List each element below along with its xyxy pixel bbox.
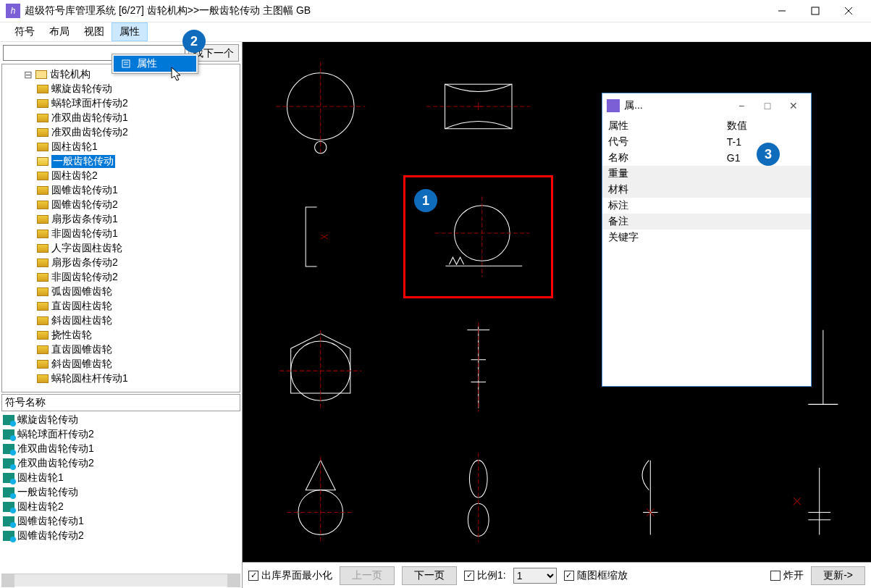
symbol-tree[interactable]: ⊟ 齿轮机构 螺旋齿轮传动蜗轮球面杆传动2准双曲齿轮传动1准双曲齿轮传动2圆柱齿… (1, 64, 240, 392)
callout-1: 1 (414, 189, 437, 212)
app-logo-icon: h (6, 4, 20, 18)
prev-page-button[interactable]: 上一页 (340, 566, 395, 585)
symbol-icon (3, 458, 14, 469)
tree-item[interactable]: 挠性齿轮 (2, 328, 240, 343)
menu-view[interactable]: 视图 (77, 23, 111, 41)
maximize-button[interactable] (799, 0, 832, 22)
dropdown-item-properties[interactable]: 属性 (114, 56, 196, 72)
symbol-icon (3, 502, 14, 512)
title-bar: h 超级符号库管理系统 [6/27] 齿轮机构>>一般齿轮传动 主图幅 GB (0, 0, 871, 22)
tree-item[interactable]: 人字齿圆柱齿轮 (2, 241, 240, 256)
menu-layout[interactable]: 布局 (42, 23, 77, 41)
tree-item[interactable]: 非圆齿轮传动1 (2, 227, 240, 241)
list-item[interactable]: 一般齿轮传动 (1, 485, 240, 500)
prop-close-button[interactable]: ✕ (780, 100, 807, 112)
property-row[interactable]: 重量 (602, 166, 811, 182)
explode-checkbox[interactable]: 炸开 (770, 569, 804, 582)
menu-bar: 符号 布局 视图 属性 (0, 22, 871, 42)
symbol-icon (3, 473, 14, 483)
property-row[interactable]: 代号T-1 (602, 134, 811, 150)
tree-item[interactable]: 斜齿圆锥齿轮 (2, 357, 240, 371)
tree-item[interactable]: 弧齿圆锥齿轮 (2, 285, 240, 299)
symbol-icon (3, 531, 14, 541)
thumbnail-cell[interactable] (718, 436, 869, 559)
tree-item[interactable]: 准双曲齿轮传动2 (2, 125, 240, 140)
tree-item[interactable]: 圆锥齿轮传动2 (2, 198, 240, 212)
list-item[interactable]: 圆柱齿轮2 (1, 500, 240, 514)
close-button[interactable] (832, 0, 865, 22)
thumbnail-cell[interactable] (245, 306, 396, 429)
prop-value[interactable] (721, 182, 811, 198)
symbol-icon (37, 157, 49, 166)
symbol-icon (37, 316, 49, 325)
list-item[interactable]: 准双曲齿轮传动1 (1, 442, 240, 456)
properties-titlebar[interactable]: 属... − □ ✕ (602, 93, 811, 118)
prop-minimize-button[interactable]: − (728, 100, 754, 112)
fit-frame-checkbox[interactable]: ✓随图框缩放 (564, 569, 628, 582)
prop-value[interactable] (721, 214, 811, 230)
svg-rect-4 (122, 60, 130, 67)
property-row[interactable]: 材料 (602, 182, 811, 198)
prop-value[interactable] (721, 230, 811, 245)
property-row[interactable]: 备注 (602, 214, 811, 230)
thumbnail-cell[interactable] (245, 436, 396, 559)
list-item[interactable]: 圆柱齿轮1 (1, 471, 240, 485)
symbol-icon (37, 128, 49, 137)
symbol-icon (3, 516, 14, 526)
property-row[interactable]: 标注 (602, 198, 811, 214)
prop-col-value: 数值 (721, 118, 811, 134)
menu-symbol[interactable]: 符号 (7, 23, 42, 41)
symbol-icon (3, 415, 14, 425)
refresh-button[interactable]: 更新-> (811, 566, 865, 585)
symbol-icon (37, 99, 49, 108)
minimize-on-export-checkbox[interactable]: ✓出库界面最小化 (248, 569, 332, 582)
thumbnail-cell[interactable] (245, 175, 396, 298)
list-item[interactable]: 蜗轮球面杆传动2 (1, 427, 240, 442)
tree-item[interactable]: 非圆齿轮传动2 (2, 270, 240, 285)
minimize-button[interactable] (765, 0, 799, 22)
prop-value[interactable] (721, 166, 811, 182)
tree-item[interactable]: 一般齿轮传动 (2, 154, 240, 169)
ratio-select[interactable]: 1 (513, 568, 557, 584)
list-item[interactable]: 圆锥齿轮传动2 (1, 529, 240, 543)
callout-2: 2 (182, 30, 206, 53)
symbol-icon (37, 302, 49, 311)
symbol-icon (37, 360, 49, 369)
thumbnail-cell[interactable] (560, 436, 711, 559)
prop-key: 材料 (602, 182, 721, 198)
symbol-icon (37, 287, 49, 296)
next-page-button[interactable]: 下一页 (402, 566, 457, 585)
property-row[interactable]: 关键字 (602, 230, 811, 245)
tree-item[interactable]: 圆锥齿轮传动1 (2, 183, 240, 198)
tree-item[interactable]: 圆柱齿轮1 (2, 140, 240, 154)
menu-properties[interactable]: 属性 (111, 22, 148, 41)
thumbnail-cell[interactable] (403, 306, 554, 429)
symbol-list[interactable]: 螺旋齿轮传动蜗轮球面杆传动2准双曲齿轮传动1准双曲齿轮传动2圆柱齿轮1一般齿轮传… (1, 413, 240, 572)
properties-window[interactable]: 属... − □ ✕ 属性数值 代号T-1名称G1重量材料标注备注关键字 (602, 93, 812, 387)
ratio-checkbox[interactable]: ✓比例1: (464, 569, 506, 582)
tree-item[interactable]: 直齿圆柱齿轮 (2, 299, 240, 314)
horizontal-scrollbar[interactable] (1, 574, 240, 587)
symbol-icon (37, 201, 49, 209)
dropdown-item-label: 属性 (137, 57, 157, 70)
list-item[interactable]: 螺旋齿轮传动 (1, 413, 240, 427)
thumbnail-cell[interactable] (403, 436, 554, 559)
tree-item[interactable]: 斜齿圆柱齿轮 (2, 314, 240, 328)
list-item[interactable]: 圆锥齿轮传动1 (1, 514, 240, 529)
prop-value[interactable] (721, 198, 811, 214)
symbol-icon (37, 143, 49, 151)
tree-item[interactable]: 扇形齿条传动2 (2, 256, 240, 270)
tree-item[interactable]: 蜗轮球面杆传动2 (2, 96, 240, 111)
properties-icon (119, 57, 132, 70)
svg-rect-1 (812, 7, 819, 14)
list-item[interactable]: 准双曲齿轮传动2 (1, 456, 240, 471)
thumbnail-cell[interactable] (245, 45, 396, 168)
prop-maximize-button[interactable]: □ (754, 100, 780, 112)
tree-item[interactable]: 扇形齿条传动1 (2, 212, 240, 227)
tree-item[interactable]: 蜗轮圆柱杆传动1 (2, 371, 240, 386)
tree-item[interactable]: 准双曲齿轮传动1 (2, 111, 240, 125)
tree-item[interactable]: 圆柱齿轮2 (2, 169, 240, 183)
tree-item[interactable]: 螺旋齿轮传动 (2, 82, 240, 96)
thumbnail-cell[interactable] (403, 45, 554, 168)
tree-item[interactable]: 直齿圆锥齿轮 (2, 343, 240, 357)
